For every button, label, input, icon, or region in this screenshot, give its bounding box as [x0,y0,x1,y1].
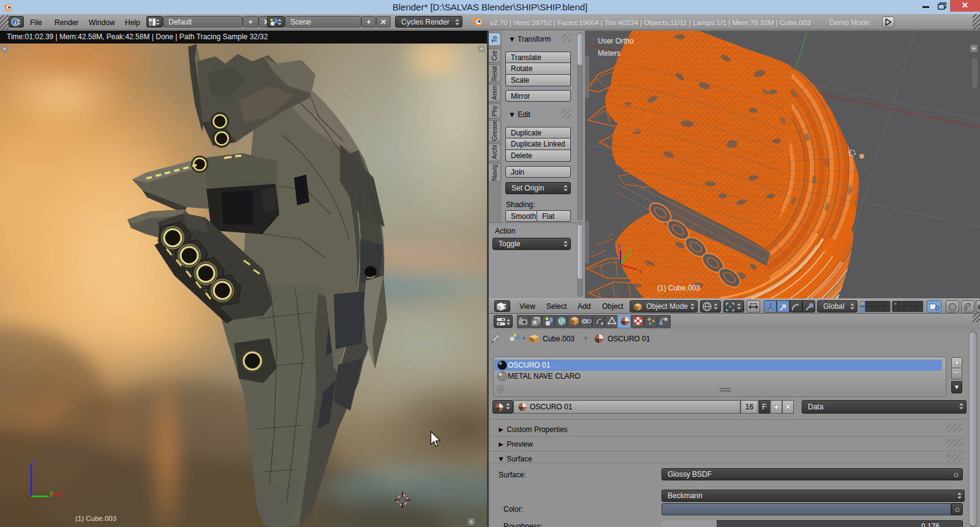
svg-text:Cube.003: Cube.003 [543,335,575,343]
svg-text:x: x [639,267,643,275]
svg-text:Meters: Meters [598,49,620,58]
svg-text:x: x [59,488,63,497]
svg-text:(1) Cube.003: (1) Cube.003 [75,515,116,522]
svg-text:z: z [617,242,621,249]
svg-text:z: z [33,457,37,466]
svg-text:y: y [629,246,633,254]
svg-text:y: y [50,488,53,497]
svg-text:(1) Cube.003: (1) Cube.003 [657,284,700,292]
svg-text:OSCURO 01: OSCURO 01 [608,335,650,343]
svg-text:User Ortho: User Ortho [598,37,634,45]
